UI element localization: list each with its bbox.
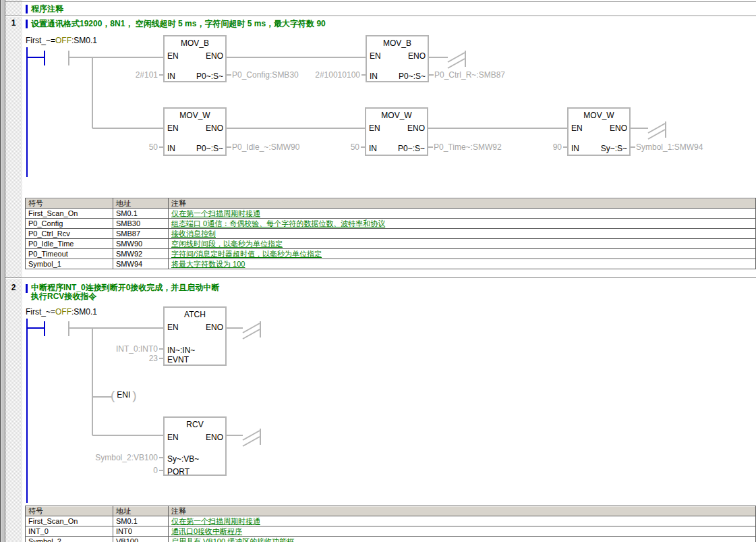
pin-in: IN: [369, 144, 377, 153]
mov-b-block-1[interactable]: MOV_B EN ENO IN P0~:S~: [163, 35, 227, 82]
pin-port: PORT: [167, 467, 190, 477]
operand-in[interactable]: 23: [57, 354, 158, 363]
operand-out[interactable]: P0_Ctrl_R~:SMB87: [434, 70, 505, 80]
cell-comment[interactable]: 空闲线时间段，以毫秒为单位指定: [169, 239, 756, 249]
table-header-row: 符号 地址 注释: [26, 198, 756, 209]
col-header-comment[interactable]: 注释: [169, 198, 756, 209]
table-row[interactable]: First_Scan_On SM0.1 仅在第一个扫描周期时接通: [26, 516, 756, 526]
cell-address[interactable]: SM0.1: [113, 209, 169, 219]
block-title: MOV_W: [366, 111, 427, 120]
pin-eno: ENO: [610, 124, 627, 133]
cell-symbol[interactable]: Symbol_1: [26, 259, 113, 269]
pin-en: EN: [167, 51, 179, 61]
cell-symbol[interactable]: Symbol_2: [26, 537, 113, 542]
table-row[interactable]: INT_0 INT0 通讯口0接收中断程序: [26, 526, 756, 537]
comment-text: 仅在第一个扫描周期时接通: [171, 209, 260, 217]
cell-address[interactable]: INT0: [113, 526, 169, 537]
table-row[interactable]: First_Scan_On SM0.1 仅在第一个扫描周期时接通: [26, 209, 756, 219]
operand-in[interactable]: 90: [461, 142, 562, 152]
table-row[interactable]: Symbol_1 SMW94 将最大字符数设为 100: [26, 259, 756, 269]
operand-in[interactable]: 2#10010100: [259, 70, 360, 80]
block-title: MOV_W: [165, 111, 225, 120]
cell-comment[interactable]: 组态端口 0通信：奇偶校验、每个字符的数据位数、波特率和协议: [169, 219, 756, 229]
operand-in[interactable]: 50: [258, 142, 359, 152]
comment-text: 组态端口 0通信：奇偶校验、每个字符的数据位数、波特率和协议: [171, 219, 385, 227]
cell-symbol[interactable]: P0_Ctrl_Rcv: [26, 229, 113, 239]
symbol-table-1: 符号 地址 注释 First_Scan_On SM0.1 仅在第一个扫描周期时接…: [25, 198, 756, 269]
table-row[interactable]: Symbol_2 VB100 启用具有 VB100 缓冲区的接收功能框: [26, 537, 756, 542]
cell-address[interactable]: SMW92: [113, 249, 169, 259]
table-row[interactable]: P0_Ctrl_Rcv SMB87 接收消息控制: [26, 229, 756, 239]
mov-w-block-2[interactable]: MOV_W EN ENO IN P0~:S~: [365, 107, 428, 156]
pin-en: EN: [370, 51, 381, 61]
block-title: MOV_B: [367, 38, 428, 48]
pin-eno: ENO: [206, 323, 223, 332]
operand-in[interactable]: 50: [57, 142, 158, 152]
table-row[interactable]: P0_Timeout SMW92 字符间/消息定时器超时值，以毫秒为单位指定: [26, 249, 756, 259]
pin-eno: ENO: [206, 51, 223, 61]
pin-tbl: Sy~:VB~: [167, 454, 199, 464]
cell-symbol[interactable]: P0_Config: [26, 219, 113, 229]
cell-address[interactable]: SMB87: [113, 229, 169, 239]
cell-address[interactable]: SMW94: [113, 259, 169, 269]
pin-out: P0~:S~: [196, 144, 223, 153]
cell-symbol[interactable]: P0_Idle_Time: [26, 239, 113, 249]
comment-text: 字符间/消息定时器超时值，以毫秒为单位指定: [171, 250, 322, 258]
table-row[interactable]: P0_Config SMB30 组态端口 0通信：奇偶校验、每个字符的数据位数、…: [26, 219, 756, 229]
operand-in[interactable]: INT_0:INT0: [57, 344, 158, 354]
cell-comment[interactable]: 仅在第一个扫描周期时接通: [169, 209, 756, 219]
pin-out: P0~:S~: [399, 72, 426, 81]
atch-block[interactable]: ATCH EN ENO IN~:IN~ EVNT: [163, 306, 227, 366]
comment-text: 仅在第一个扫描周期时接通: [171, 517, 260, 525]
pin-in: IN: [167, 72, 175, 81]
col-header-address[interactable]: 地址: [113, 198, 169, 209]
pin-out: P0~:S~: [196, 72, 223, 81]
operand-in[interactable]: Symbol_2:VB100: [57, 453, 158, 462]
symbol-table-2: 符号 地址 注释 First_Scan_On SM0.1 仅在第一个扫描周期时接…: [25, 506, 756, 542]
cell-symbol[interactable]: P0_Timeout: [26, 249, 113, 259]
pin-en: EN: [167, 323, 179, 332]
block-title: RCV: [165, 420, 225, 429]
cell-symbol[interactable]: INT_0: [26, 526, 113, 537]
col-header-address[interactable]: 地址: [113, 506, 169, 516]
pin-int: IN~:IN~: [167, 346, 195, 355]
block-title: MOV_B: [165, 38, 225, 48]
coil-label: ENI: [115, 390, 132, 400]
pin-in: IN: [370, 72, 378, 81]
col-header-symbol[interactable]: 符号: [26, 506, 113, 516]
ladder-editor: 程序注释 1 设置通讯格式19200，8N1， 空闲线超时 5 ms，字符间超时…: [0, 0, 756, 542]
cell-comment[interactable]: 接收消息控制: [169, 229, 756, 239]
comment-text: 启用具有 VB100 缓冲区的接收功能框: [171, 537, 294, 542]
col-header-symbol[interactable]: 符号: [26, 198, 113, 209]
operand-in[interactable]: 0: [57, 466, 158, 475]
mov-w-block-3[interactable]: MOV_W EN ENO IN Sy~:S~: [567, 107, 631, 156]
table-row[interactable]: P0_Idle_Time SMW90 空闲线时间段，以毫秒为单位指定: [26, 239, 756, 249]
coil-right-paren: ): [132, 388, 136, 402]
cell-address[interactable]: VB100: [113, 537, 169, 542]
pin-en: EN: [369, 124, 380, 133]
operand-out[interactable]: Symbol_1:SMW94: [636, 142, 703, 152]
pin-out: P0~:S~: [398, 144, 425, 153]
pin-eno: ENO: [407, 124, 425, 133]
cell-comment[interactable]: 将最大字符数设为 100: [169, 259, 756, 269]
mov-b-block-2[interactable]: MOV_B EN ENO IN P0~:S~: [366, 35, 429, 82]
comment-text: 空闲线时间段，以毫秒为单位指定: [171, 240, 283, 248]
rcv-block[interactable]: RCV EN ENO Sy~:VB~ PORT: [163, 416, 227, 476]
mov-w-block-1[interactable]: MOV_W EN ENO IN P0~:S~: [163, 107, 227, 156]
eni-coil[interactable]: (ENI): [111, 389, 137, 402]
cell-comment[interactable]: 字符间/消息定时器超时值，以毫秒为单位指定: [169, 249, 756, 259]
pin-evnt: EVNT: [167, 355, 189, 364]
col-header-comment[interactable]: 注释: [169, 506, 756, 516]
cell-comment[interactable]: 启用具有 VB100 缓冲区的接收功能框: [169, 537, 756, 542]
cell-address[interactable]: SMB30: [113, 219, 169, 229]
block-title: ATCH: [165, 310, 225, 319]
cell-symbol[interactable]: First_Scan_On: [26, 209, 113, 219]
operand-in[interactable]: 2#101: [57, 70, 158, 80]
comment-text: 通讯口0接收中断程序: [171, 527, 242, 535]
cell-address[interactable]: SM0.1: [113, 516, 169, 526]
pin-en: EN: [571, 124, 583, 133]
cell-comment[interactable]: 通讯口0接收中断程序: [169, 526, 756, 537]
cell-comment[interactable]: 仅在第一个扫描周期时接通: [169, 516, 756, 526]
cell-symbol[interactable]: First_Scan_On: [26, 516, 113, 526]
cell-address[interactable]: SMW90: [113, 239, 169, 249]
